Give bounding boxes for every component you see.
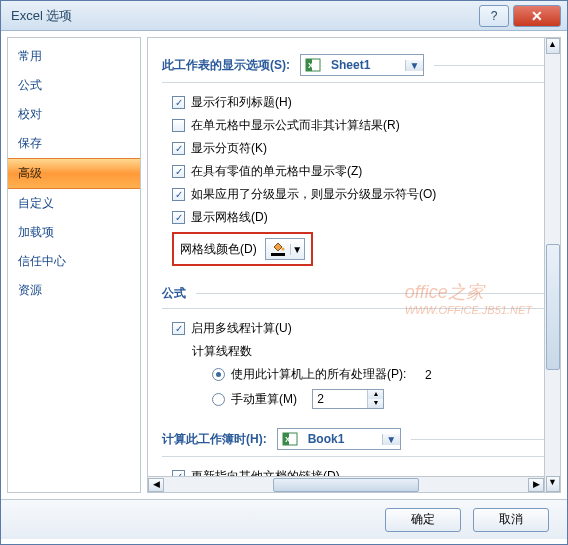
settings-panel: 此工作表的显示选项(S): X Sheet1 ▼ ✓显示行和列标题(H) 在单元… (147, 37, 561, 493)
opt-gridlines[interactable]: ✓显示网格线(D) (162, 206, 546, 229)
highlight-box: 网格线颜色(D) ▼ (172, 232, 313, 266)
opt-page-breaks[interactable]: ✓显示分页符(K) (162, 137, 546, 160)
checkbox-checked-icon: ✓ (172, 165, 185, 178)
section-workbook-calc: 计算此工作簿时(H): X Book1 ▼ (162, 422, 546, 457)
checkbox-checked-icon: ✓ (172, 96, 185, 109)
help-button[interactable]: ? (479, 5, 509, 27)
scroll-right-icon[interactable]: ▶ (528, 478, 544, 492)
window-title: Excel 选项 (11, 7, 479, 25)
dialog-footer: 确定 取消 (1, 499, 567, 539)
thread-count-spinner[interactable]: ▲▼ (312, 389, 384, 409)
scroll-thumb[interactable] (273, 478, 419, 492)
scroll-thumb[interactable] (546, 244, 560, 371)
titlebar: Excel 选项 ? ✕ (1, 1, 567, 31)
svg-text:X: X (285, 435, 291, 444)
paint-bucket-icon (266, 242, 290, 256)
threads-label-row: 计算线程数 (162, 340, 546, 363)
opt-multithread[interactable]: ✓启用多线程计算(U) (162, 317, 546, 340)
cancel-button[interactable]: 取消 (473, 508, 549, 532)
thread-count-input[interactable] (313, 390, 367, 408)
radio-all-processors[interactable]: 使用此计算机上的所有处理器(P): 2 (162, 363, 546, 386)
chevron-down-icon: ▼ (405, 60, 423, 71)
spin-down-icon[interactable]: ▼ (368, 399, 383, 408)
opt-show-zero[interactable]: ✓在具有零值的单元格中显示零(Z) (162, 160, 546, 183)
processor-count: 2 (425, 368, 432, 382)
sheet-selector[interactable]: X Sheet1 ▼ (300, 54, 424, 76)
svg-text:X: X (308, 61, 314, 70)
section-worksheet-display: 此工作表的显示选项(S): X Sheet1 ▼ (162, 48, 546, 83)
spin-up-icon[interactable]: ▲ (368, 390, 383, 399)
radio-selected-icon (212, 368, 225, 381)
vertical-scrollbar[interactable]: ▲ ▼ (544, 38, 560, 492)
opt-show-formulas[interactable]: 在单元格中显示公式而非其计算结果(R) (162, 114, 546, 137)
checkbox-checked-icon: ✓ (172, 322, 185, 335)
workbook-selector[interactable]: X Book1 ▼ (277, 428, 401, 450)
section-formulas: 公式 (162, 279, 546, 309)
window-buttons: ? ✕ (479, 5, 567, 27)
category-sidebar: 常用 公式 校对 保存 高级 自定义 加载项 信任中心 资源 (7, 37, 141, 493)
workbook-value: Book1 (302, 432, 382, 446)
scroll-up-icon[interactable]: ▲ (546, 38, 560, 54)
section-title: 计算此工作簿时(H): (162, 431, 267, 448)
close-button[interactable]: ✕ (513, 5, 561, 27)
horizontal-scrollbar[interactable]: ◀ ▶ (148, 476, 544, 492)
checkbox-unchecked-icon (172, 119, 185, 132)
options-dialog: Excel 选项 ? ✕ 常用 公式 校对 保存 高级 自定义 加载项 信任中心… (0, 0, 568, 545)
checkbox-checked-icon: ✓ (172, 211, 185, 224)
sidebar-item-general[interactable]: 常用 (8, 42, 140, 71)
scroll-left-icon[interactable]: ◀ (148, 478, 164, 492)
opt-row-headers[interactable]: ✓显示行和列标题(H) (162, 91, 546, 114)
worksheet-icon: X (305, 57, 321, 73)
scroll-down-icon[interactable]: ▼ (546, 476, 560, 492)
sidebar-item-advanced[interactable]: 高级 (8, 158, 140, 189)
sidebar-item-save[interactable]: 保存 (8, 129, 140, 158)
gridline-color-row: 网格线颜色(D) ▼ (162, 229, 546, 269)
section-title: 公式 (162, 285, 186, 302)
section-title: 此工作表的显示选项(S): (162, 57, 290, 74)
content-area: 常用 公式 校对 保存 高级 自定义 加载项 信任中心 资源 此工作表的显示选项… (1, 31, 567, 499)
opt-outline-symbols[interactable]: ✓如果应用了分级显示，则显示分级显示符号(O) (162, 183, 546, 206)
sidebar-item-addins[interactable]: 加载项 (8, 218, 140, 247)
sidebar-item-customize[interactable]: 自定义 (8, 189, 140, 218)
ok-button[interactable]: 确定 (385, 508, 461, 532)
chevron-down-icon: ▼ (382, 434, 400, 445)
gridline-color-label: 网格线颜色(D) (180, 241, 257, 258)
svg-point-3 (281, 248, 284, 251)
radio-unselected-icon (212, 393, 225, 406)
workbook-icon: X (282, 431, 298, 447)
sheet-value: Sheet1 (325, 58, 405, 72)
sidebar-item-proofing[interactable]: 校对 (8, 100, 140, 129)
gridline-color-picker[interactable]: ▼ (265, 238, 305, 260)
radio-manual[interactable]: 手动重算(M) ▲▼ (162, 386, 546, 412)
checkbox-checked-icon: ✓ (172, 142, 185, 155)
sidebar-item-resources[interactable]: 资源 (8, 276, 140, 305)
sidebar-item-formulas[interactable]: 公式 (8, 71, 140, 100)
chevron-down-icon: ▼ (290, 244, 304, 255)
checkbox-checked-icon: ✓ (172, 188, 185, 201)
sidebar-item-trust[interactable]: 信任中心 (8, 247, 140, 276)
